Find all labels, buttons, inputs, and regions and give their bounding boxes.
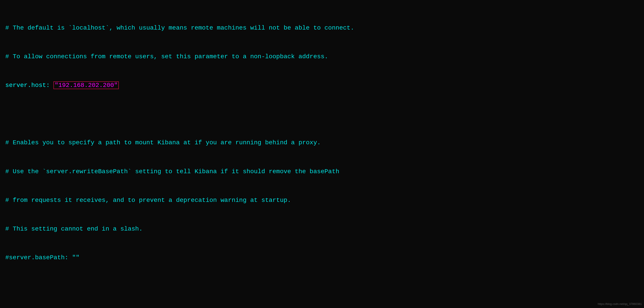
line-6: # Use the `server.rewriteBasePath` setti… xyxy=(5,167,639,176)
line-8: # This setting cannot end in a slash. xyxy=(5,224,639,234)
line-5: # Enables you to specify a path to mount… xyxy=(5,138,639,147)
watermark: https://blog.csdn.net/qq_37860381 xyxy=(598,302,642,306)
server-host-value: "192.168.202.200" xyxy=(54,81,119,89)
line-1: # The default is `localhost`, which usua… xyxy=(5,23,639,33)
line-blank-2 xyxy=(5,282,639,291)
line-blank-1 xyxy=(5,109,639,119)
line-7: # from requests it receives, and to prev… xyxy=(5,196,639,205)
line-9: #server.basePath: "" xyxy=(5,253,639,262)
line-2: # To allow connections from remote users… xyxy=(5,52,639,61)
server-host-key: server.host: xyxy=(5,82,54,89)
line-3: server.host: "192.168.202.200" xyxy=(5,80,639,90)
code-editor: # The default is `localhost`, which usua… xyxy=(5,4,639,308)
